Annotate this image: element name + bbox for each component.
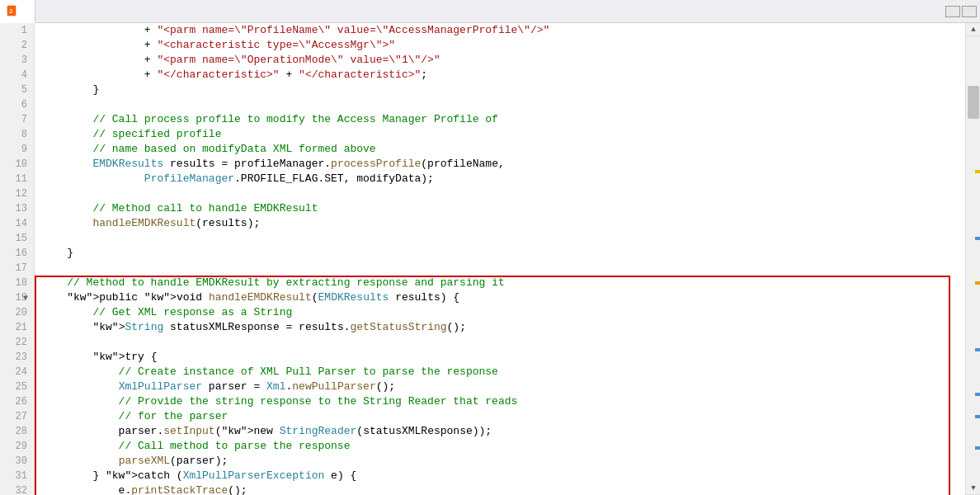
line-content: } "kw">catch (XmlPullParserException e) …: [35, 469, 965, 483]
line-content: + "</characteristic>" + "</characteristi…: [35, 68, 965, 82]
editor-body: 1 + "<parm name=\"ProfileName\" value=\"…: [0, 23, 980, 495]
code-line: 26 // Provide the string response to the…: [0, 394, 965, 409]
scroll-down-arrow[interactable]: ▼: [966, 482, 980, 495]
line-content: // Method to handle EMDKResult by extrac…: [35, 276, 965, 290]
line-number: 16: [0, 246, 35, 261]
line-number: 20: [0, 305, 35, 320]
code-line: 20 // Get XML response as a String: [0, 305, 965, 320]
minimize-button[interactable]: [945, 6, 960, 17]
line-content: // for the parser: [35, 409, 965, 424]
line-number: 12: [0, 186, 35, 201]
line-number: 8: [0, 127, 35, 142]
scroll-thumb[interactable]: [968, 86, 979, 119]
blue-indicator-3: [975, 393, 980, 396]
java-file-icon: J: [7, 5, 18, 16]
window-controls: [945, 6, 980, 17]
code-line: 16 }: [0, 246, 965, 261]
code-line: 4 + "</characteristic>" + "</characteris…: [0, 68, 965, 82]
line-number: 2: [0, 38, 35, 53]
tab-bar: J: [0, 0, 980, 23]
line-content: // Get XML response as a String: [35, 305, 965, 320]
code-line: 1 + "<parm name=\"ProfileName\" value=\"…: [0, 23, 965, 38]
scroll-up-arrow[interactable]: ▲: [966, 23, 980, 36]
code-line: 14 handleEMDKResult(results);: [0, 216, 965, 231]
line-number: 24: [0, 365, 35, 380]
blue-indicator-4: [975, 415, 980, 418]
line-number: 9: [0, 142, 35, 157]
line-content: "kw">public "kw">void handleEMDKResult(E…: [35, 290, 965, 305]
line-number: 11: [0, 172, 35, 186]
line-content: }: [35, 82, 965, 97]
code-line: 24 // Create instance of XML Pull Parser…: [0, 365, 965, 380]
line-content: EMDKResults results = profileManager.pro…: [35, 157, 965, 172]
code-line: 8 // specified profile: [0, 127, 965, 142]
code-area[interactable]: 1 + "<parm name=\"ProfileName\" value=\"…: [0, 23, 965, 495]
line-number: 25: [0, 380, 35, 394]
code-line: 9 // name based on modifyData XML formed…: [0, 142, 965, 157]
line-content: + "<characteristic type=\"AccessMgr\">": [35, 38, 965, 53]
line-content: e.printStackTrace();: [35, 483, 965, 495]
line-content: ProfileManager.PROFILE_FLAG.SET, modifyD…: [35, 172, 965, 186]
code-line: 32 e.printStackTrace();: [0, 483, 965, 495]
code-line: 15: [0, 231, 965, 246]
editor-container: J 1 + "<parm name=\"ProfileName\" value=…: [0, 0, 980, 495]
line-content: [35, 186, 965, 201]
line-number: 3: [0, 53, 35, 68]
line-content: [35, 261, 965, 276]
code-line: 27 // for the parser: [0, 409, 965, 424]
line-content: handleEMDKResult(results);: [35, 216, 965, 231]
code-line: 12: [0, 186, 965, 201]
yellow-indicator: [975, 170, 980, 173]
line-number: 27: [0, 409, 35, 424]
line-content: + "<parm name=\"ProfileName\" value=\"Ac…: [35, 23, 965, 38]
line-content: // Call method to parse the response: [35, 439, 965, 454]
line-number: 14: [0, 216, 35, 231]
file-tab[interactable]: J: [0, 0, 35, 23]
line-content: "kw">String statusXMLResponse = results.…: [35, 320, 965, 335]
line-number: 22: [0, 335, 35, 350]
line-number: 26: [0, 394, 35, 409]
code-line: 7 // Call process profile to modify the …: [0, 112, 965, 127]
line-number: 29: [0, 439, 35, 454]
line-number: 19: [0, 290, 35, 305]
line-content: [35, 97, 965, 112]
right-scrollbar[interactable]: ▲ ▼: [965, 23, 980, 495]
fold-arrow[interactable]: ▼: [23, 294, 28, 303]
line-number: 30: [0, 454, 35, 469]
line-content: // Method call to handle EMDKResult: [35, 201, 965, 216]
line-content: // Create instance of XML Pull Parser to…: [35, 365, 965, 380]
code-line: 18 // Method to handle EMDKResult by ext…: [0, 276, 965, 290]
line-number: 32: [0, 483, 35, 495]
line-number: 6: [0, 97, 35, 112]
code-line: 21 "kw">String statusXMLResponse = resul…: [0, 320, 965, 335]
line-content: parser.setInput("kw">new StringReader(st…: [35, 424, 965, 439]
line-number: 31: [0, 469, 35, 483]
code-line: 3 + "<parm name=\"OperationMode\" value=…: [0, 53, 965, 68]
line-number: 21: [0, 320, 35, 335]
line-number: 28: [0, 424, 35, 439]
code-line: 29 // Call method to parse the response: [0, 439, 965, 454]
code-line: 31 } "kw">catch (XmlPullParserException …: [0, 469, 965, 483]
code-line: 5 }: [0, 82, 965, 97]
code-line: 17: [0, 261, 965, 276]
line-content: XmlPullParser parser = Xml.newPullParser…: [35, 380, 965, 394]
line-number: 1: [0, 23, 35, 38]
restore-button[interactable]: [962, 6, 977, 17]
orange-indicator: [975, 281, 980, 285]
line-content: // Call process profile to modify the Ac…: [35, 112, 965, 127]
line-content: "kw">try {: [35, 350, 965, 365]
code-line: 13 // Method call to handle EMDKResult: [0, 201, 965, 216]
svg-text:J: J: [9, 8, 12, 15]
line-number: 15: [0, 231, 35, 246]
line-number: 10: [0, 157, 35, 172]
line-content: + "<parm name=\"OperationMode\" value=\"…: [35, 53, 965, 68]
code-line: 6: [0, 97, 965, 112]
scroll-track[interactable]: [966, 36, 980, 482]
blue-indicator-2: [975, 348, 980, 351]
line-number: 13: [0, 201, 35, 216]
code-line: 22: [0, 335, 965, 350]
line-number: 4: [0, 68, 35, 82]
line-content: [35, 231, 965, 246]
blue-indicator-5: [975, 446, 980, 450]
line-number: 18: [0, 276, 35, 290]
